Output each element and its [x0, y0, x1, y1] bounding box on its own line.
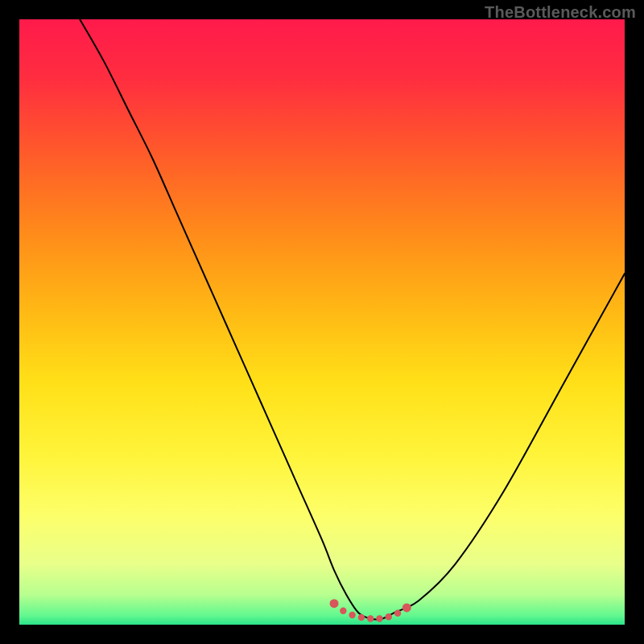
watermark-text: TheBottleneck.com	[485, 3, 636, 22]
chart-svg	[19, 19, 625, 625]
gradient-background	[19, 19, 625, 625]
optimal-marker	[349, 612, 355, 618]
optimal-marker	[394, 610, 401, 617]
optimal-marker	[340, 608, 346, 614]
chart-frame: TheBottleneck.com	[0, 0, 644, 644]
plot-area	[19, 19, 625, 625]
optimal-marker	[402, 603, 411, 612]
optimal-marker	[386, 613, 392, 620]
optimal-marker	[358, 614, 365, 621]
optimal-marker	[367, 615, 374, 621]
optimal-marker	[330, 599, 339, 608]
optimal-marker	[376, 615, 382, 621]
